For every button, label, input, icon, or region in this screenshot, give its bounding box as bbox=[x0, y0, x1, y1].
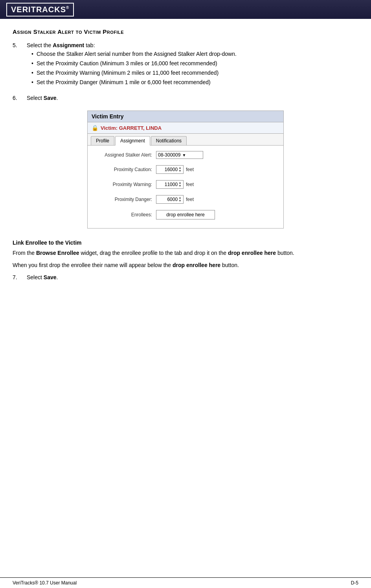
step-6-num: 6. bbox=[13, 95, 27, 101]
step-5-bold: Assignment bbox=[53, 42, 84, 48]
victim-icon: 🔒 bbox=[92, 125, 98, 131]
control-stalker-alert: 08-300009 ▼ bbox=[156, 151, 278, 159]
form-row-enrollees: Enrollees: drop enrollee here bbox=[91, 208, 280, 221]
select-arrow-icon: ▼ bbox=[182, 153, 186, 157]
step-5-bullets: Choose the Stalker Alert serial number f… bbox=[27, 51, 237, 85]
footer-right: D-5 bbox=[351, 580, 358, 586]
widget-title-bar: Victim Entry bbox=[88, 111, 283, 122]
step-6: 6. Select Save. bbox=[13, 95, 358, 101]
label-proximity-warning: Proximity Warning: bbox=[93, 182, 156, 187]
step-6-save: Save bbox=[44, 95, 57, 101]
tab-profile[interactable]: Profile bbox=[91, 136, 114, 145]
logo-text: VeriTracks bbox=[11, 5, 66, 14]
link-section-para1: From the Browse Enrollee widget, drag th… bbox=[13, 249, 358, 257]
step-5-intro: Select the Assignment tab: bbox=[27, 42, 95, 48]
unit-warning: feet bbox=[186, 182, 194, 187]
tab-notifications[interactable]: Notifications bbox=[151, 136, 187, 145]
link-section-para2: When you first drop the enrollee their n… bbox=[13, 261, 358, 269]
app-header: VeriTracks® bbox=[0, 0, 371, 19]
section-heading: Assign Stalker Alert to Victim Profile bbox=[13, 28, 358, 35]
bullet-3: Set the Proximity Warning (Minimum 2 mil… bbox=[27, 70, 237, 76]
drop-enrollee-bold-2: drop enrollee here bbox=[173, 262, 220, 268]
label-proximity-caution: Proximity Caution: bbox=[93, 167, 156, 172]
form-row-proximity-warning: Proximity Warning: 11000 ▲▼ feet bbox=[91, 179, 280, 190]
input-proximity-warning[interactable]: 11000 ▲▼ bbox=[156, 180, 184, 189]
victim-entry-widget: Victim Entry 🔒 Victim: GARRETT, LINDA Pr… bbox=[87, 111, 284, 229]
bullet-4: Set the Proximity Danger (Minimum 1 mile… bbox=[27, 79, 237, 85]
spinner-caution[interactable]: ▲▼ bbox=[178, 166, 182, 173]
input-proximity-caution[interactable]: 16000 ▲▼ bbox=[156, 165, 184, 174]
control-proximity-warning: 11000 ▲▼ feet bbox=[156, 180, 278, 189]
step-5: 5. Select the Assignment tab: Choose the… bbox=[13, 42, 358, 88]
tab-assignment[interactable]: Assignment bbox=[115, 136, 150, 146]
select-stalker-alert[interactable]: 08-300009 ▼ bbox=[156, 151, 203, 159]
browse-enrollee-bold: Browse Enrollee bbox=[36, 250, 79, 256]
spinner-warning[interactable]: ▲▼ bbox=[178, 181, 182, 188]
widget-tabs: Profile Assignment Notifications bbox=[88, 134, 283, 146]
victim-name: Victim: GARRETT, LINDA bbox=[101, 125, 162, 131]
step-5-content: Select the Assignment tab: Choose the St… bbox=[27, 42, 237, 88]
step-7-num: 7. bbox=[13, 274, 27, 280]
widget-container: Victim Entry 🔒 Victim: GARRETT, LINDA Pr… bbox=[13, 111, 358, 229]
label-stalker-alert: Assigned Stalker Alert: bbox=[93, 152, 156, 158]
unit-danger: feet bbox=[186, 197, 194, 202]
drop-enrollee-zone[interactable]: drop enrollee here bbox=[156, 210, 215, 219]
form-row-proximity-danger: Proximity Danger: 6000 ▲▼ feet bbox=[91, 194, 280, 205]
step-7: 7. Select Save. bbox=[13, 274, 358, 280]
step-7-save: Save bbox=[44, 274, 57, 280]
page-footer: VeriTracks® 10.7 User Manual D-5 bbox=[0, 577, 371, 588]
form-row-proximity-caution: Proximity Caution: 16000 ▲▼ feet bbox=[91, 164, 280, 175]
step-7-content: Select Save. bbox=[27, 274, 58, 280]
step-5-num: 5. bbox=[13, 42, 27, 88]
widget-title: Victim Entry bbox=[92, 113, 123, 120]
drop-enrollee-bold: drop enrollee here bbox=[228, 250, 276, 256]
footer-left: VeriTracks® 10.7 User Manual bbox=[13, 580, 77, 586]
form-row-stalker-alert: Assigned Stalker Alert: 08-300009 ▼ bbox=[91, 149, 280, 160]
bullet-1: Choose the Stalker Alert serial number f… bbox=[27, 51, 237, 57]
unit-caution: feet bbox=[186, 167, 194, 172]
step-6-content: Select Save. bbox=[27, 95, 58, 101]
page-content: Assign Stalker Alert to Victim Profile 5… bbox=[0, 19, 371, 290]
link-enrollee-section: Link Enrollee to the Victim From the Bro… bbox=[13, 240, 358, 280]
label-enrollees: Enrollees: bbox=[93, 212, 156, 218]
logo-sup: ® bbox=[66, 6, 69, 10]
victim-header: 🔒 Victim: GARRETT, LINDA bbox=[88, 122, 283, 134]
input-proximity-danger[interactable]: 6000 ▲▼ bbox=[156, 195, 184, 204]
control-enrollees: drop enrollee here bbox=[156, 210, 278, 219]
bullet-2: Set the Proximity Caution (Minimum 3 mil… bbox=[27, 60, 237, 66]
app-logo: VeriTracks® bbox=[6, 3, 74, 17]
control-proximity-danger: 6000 ▲▼ feet bbox=[156, 195, 278, 204]
label-proximity-danger: Proximity Danger: bbox=[93, 197, 156, 202]
control-proximity-caution: 16000 ▲▼ feet bbox=[156, 165, 278, 174]
spinner-danger[interactable]: ▲▼ bbox=[178, 196, 182, 203]
widget-form: Assigned Stalker Alert: 08-300009 ▼ Prox… bbox=[88, 146, 283, 228]
link-section-heading: Link Enrollee to the Victim bbox=[13, 240, 358, 246]
